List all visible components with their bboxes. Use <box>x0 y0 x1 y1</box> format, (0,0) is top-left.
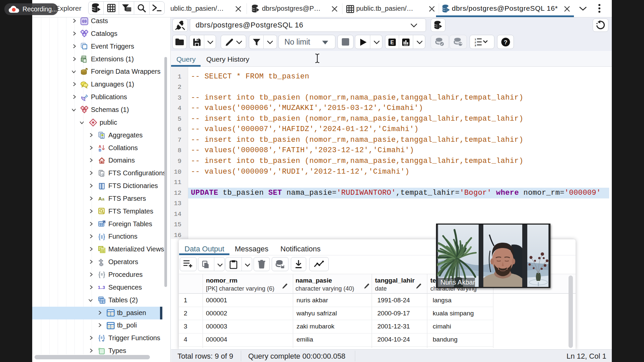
svg-text:2: 2 <box>475 41 476 44</box>
svg-text:3: 3 <box>475 44 476 46</box>
svg-text:1..3: 1..3 <box>98 285 105 290</box>
svg-text:E: E <box>390 40 394 45</box>
svg-text:a: a <box>102 196 105 201</box>
svg-text:1: 1 <box>475 38 476 41</box>
svg-text:A: A <box>98 196 102 201</box>
svg-text:B: B <box>99 148 101 152</box>
svg-text:?: ? <box>504 39 507 45</box>
svg-text:69: 69 <box>82 19 87 24</box>
